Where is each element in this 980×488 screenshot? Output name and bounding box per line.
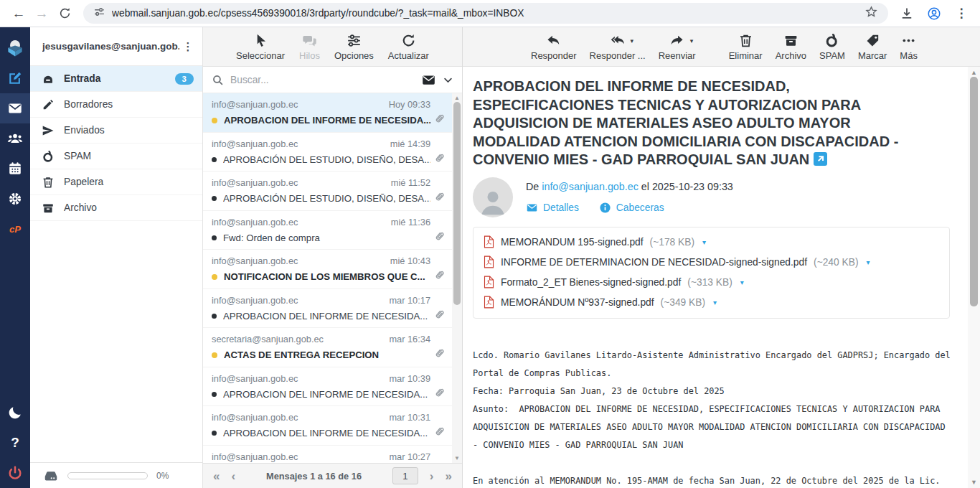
scroll-up-icon[interactable]: ▲ (968, 69, 980, 76)
read-dot-icon (212, 196, 217, 201)
message-list-item[interactable]: info@sanjuan.gob.ecHoy 09:33APROBACION D… (203, 93, 452, 133)
profile-icon[interactable] (923, 2, 946, 25)
mail-body: Lcdo. Romario Gavilanes Litardo-Asistent… (473, 347, 951, 488)
browser-reload-icon[interactable] (53, 2, 76, 25)
message-date: mié 11:36 (391, 215, 430, 229)
message-subject: ACTAS DE ENTREGA RECEPCION (224, 346, 430, 364)
scroll-down-icon[interactable]: ▼ (452, 455, 462, 461)
details-link[interactable]: Detalles (526, 202, 579, 214)
tag-icon (865, 32, 880, 48)
downloads-icon[interactable] (895, 2, 918, 25)
reenviar-button[interactable]: ▾Reenviar (659, 32, 696, 61)
calendar-nav-button[interactable] (0, 154, 30, 184)
dark-mode-button[interactable] (0, 398, 30, 428)
cpanel-button[interactable]: cP (0, 214, 30, 244)
settings-nav-button[interactable] (0, 184, 30, 214)
marcar-button[interactable]: Marcar (858, 32, 887, 61)
first-page-icon[interactable]: « (213, 470, 220, 482)
message-subject: Fwd: Orden de compra (223, 229, 430, 247)
folder-item-archivo[interactable]: Archivo (30, 195, 202, 221)
message-list-item[interactable]: info@sanjuan.gob.ecmar 10:17APROBACION D… (203, 289, 452, 329)
message-list-item[interactable]: info@sanjuan.gob.ecmar 10:27 (203, 446, 452, 464)
attachment-item[interactable]: INFORME DE DETERMINACION DE NECESIDAD-si… (484, 253, 939, 273)
hilos-button[interactable]: Hilos (299, 32, 320, 61)
m-s-button[interactable]: Más (900, 32, 918, 61)
attachment-item[interactable]: MEMORÁNDUM Nº937-signed.pdf(~349 KB)▾ (484, 293, 939, 313)
attachment-name[interactable]: Formato_2_ET Bienes-signed-signed.pdf (501, 277, 681, 288)
attachment-menu-caret-icon[interactable]: ▾ (713, 299, 717, 306)
folder-item-spam[interactable]: SPAM (30, 144, 202, 169)
compose-button[interactable] (0, 63, 30, 93)
attachment-menu-caret-icon[interactable]: ▾ (702, 238, 706, 246)
message-list-item[interactable]: secretaria@sanjuan.gob.ecmar 16:34ACTAS … (203, 328, 452, 367)
message-list-item[interactable]: info@sanjuan.gob.ecmar 10:31APROBACION D… (203, 406, 452, 446)
scroll-up-icon[interactable]: ▲ (452, 95, 462, 101)
scroll-down-icon[interactable]: ▼ (968, 479, 980, 486)
message-list-item[interactable]: info@sanjuan.gob.ecmié 11:52APROBACIÓN D… (203, 172, 452, 211)
attachment-name[interactable]: INFORME DE DETERMINACION DE NECESIDAD-si… (501, 257, 807, 268)
responder-button[interactable]: Responder (531, 32, 577, 61)
attachment-item[interactable]: MEMORANDUM 195-signed.pdf(~178 KB)▾ (484, 233, 939, 253)
responder-button[interactable]: ▾Responder ... (590, 32, 646, 61)
trash-icon (738, 32, 753, 48)
last-page-icon[interactable]: » (446, 470, 452, 482)
actualizar-button[interactable]: Actualizar (388, 32, 429, 61)
browser-back-icon[interactable]: ← (7, 2, 30, 25)
folder-item-borradores[interactable]: Borradores (30, 92, 202, 118)
browser-forward-icon[interactable]: → (30, 2, 53, 25)
message-list-item[interactable]: info@sanjuan.gob.ecmié 11:36Fwd: Orden d… (203, 211, 452, 250)
mail-nav-button[interactable] (0, 93, 30, 123)
next-page-icon[interactable]: › (430, 470, 434, 482)
attachment-name[interactable]: MEMORÁNDUM Nº937-signed.pdf (501, 297, 654, 308)
logout-button[interactable] (0, 458, 30, 488)
attachment-size: (~313 KB) (687, 277, 732, 288)
contacts-nav-button[interactable] (0, 123, 30, 154)
attachment-size: (~349 KB) (661, 297, 706, 308)
from-line: De info@sanjuan.gob.ec el 2025-10-23 09:… (526, 181, 733, 192)
address-bar[interactable]: webmail.sanjuan.gob.ec/cpsess4569390018/… (83, 3, 888, 24)
open-in-new-window-icon[interactable] (814, 152, 827, 166)
reading-pane-scrollbar: ▲ ▼ (968, 67, 980, 488)
message-list-item[interactable]: info@sanjuan.gob.ecmié 14:39APROBACIÓN D… (203, 133, 452, 172)
attachment-item[interactable]: Formato_2_ET Bienes-signed-signed.pdf(~3… (484, 273, 939, 293)
scrollbar-thumb[interactable] (453, 102, 461, 305)
message-list-pane: SeleccionarHilosOpcionesActualizar info@… (203, 27, 463, 488)
attachment-list: MEMORANDUM 195-signed.pdf(~178 KB)▾INFOR… (473, 227, 950, 319)
read-dot-icon (212, 314, 217, 319)
message-list-item[interactable]: info@sanjuan.gob.ecmar 10:39APROBACION D… (203, 367, 452, 407)
archivo-button[interactable]: Archivo (776, 32, 806, 61)
page-number-input[interactable]: 1 (392, 467, 418, 484)
dropdown-caret-icon: ▾ (690, 37, 694, 44)
folder-panel: jesusgavilanes@sanjuan.gob.... ⋮ Entrada… (30, 27, 203, 488)
eliminar-button[interactable]: Eliminar (729, 32, 763, 61)
toolbar-button-label: Seleccionar (236, 50, 285, 61)
dropdown-caret-icon: ▾ (631, 37, 634, 44)
seleccionar-button[interactable]: Seleccionar (236, 32, 285, 61)
site-settings-icon[interactable] (93, 6, 105, 21)
opciones-button[interactable]: Opciones (334, 32, 374, 61)
from-email-link[interactable]: info@sanjuan.gob.ec (542, 181, 639, 192)
help-button[interactable]: ? (0, 428, 30, 458)
folder-item-enviados[interactable]: Enviados (30, 118, 202, 144)
message-list-scrollbar: ▲ ▼ (452, 93, 462, 463)
prev-page-icon[interactable]: ‹ (231, 470, 235, 482)
search-scope-icon[interactable] (421, 72, 436, 88)
spam-button[interactable]: SPAM (819, 32, 845, 61)
attachment-menu-caret-icon[interactable]: ▾ (740, 278, 744, 286)
url-text[interactable]: webmail.sanjuan.gob.ec/cpsess4569390018/… (112, 8, 858, 19)
browser-toolbar: ← → webmail.sanjuan.gob.ec/cpsess4569390… (0, 0, 980, 27)
bookmark-star-icon[interactable] (864, 5, 878, 22)
folder-item-entrada[interactable]: Entrada3 (30, 66, 202, 92)
headers-link[interactable]: Cabeceras (599, 202, 664, 214)
account-menu-icon[interactable]: ⋮ (179, 40, 197, 53)
search-input[interactable] (230, 75, 415, 85)
message-list-item[interactable]: info@sanjuan.gob.ecmié 10:43NOTIFICACION… (203, 250, 452, 289)
browser-menu-icon[interactable]: ⋮ (950, 2, 973, 25)
attachment-menu-caret-icon[interactable]: ▾ (867, 258, 870, 266)
scrollbar-thumb[interactable] (970, 77, 978, 306)
message-sender: info@sanjuan.gob.ec (212, 450, 298, 464)
search-options-chevron-icon[interactable] (443, 75, 453, 85)
screen: ← → webmail.sanjuan.gob.ec/cpsess4569390… (0, 0, 980, 488)
attachment-name[interactable]: MEMORANDUM 195-signed.pdf (501, 237, 644, 248)
folder-item-papelera[interactable]: Papelera (30, 169, 202, 195)
